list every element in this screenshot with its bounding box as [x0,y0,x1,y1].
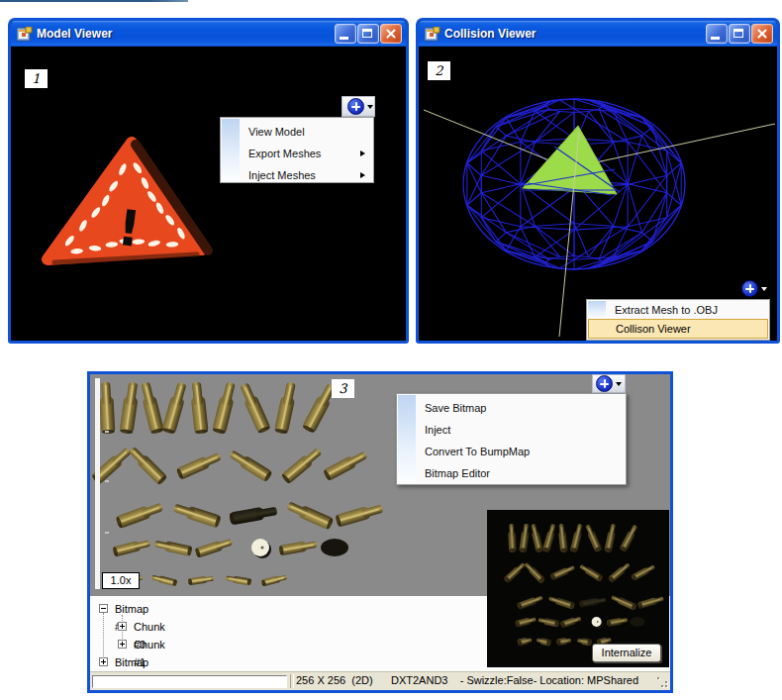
menu-item-convert-bumpmap[interactable]: Convert To BumpMap [397,441,626,462]
form-window-icon [17,27,33,42]
close-button[interactable] [751,24,773,44]
menu-item-save-bitmap[interactable]: Save Bitmap [397,397,626,419]
window-title: Model Viewer [37,27,112,41]
add-circle-icon[interactable] [741,280,758,297]
menu-item-bitmap-editor[interactable]: Bitmap Editor [397,462,626,484]
warning-triangle-model-render: ! [41,135,229,298]
minimize-button[interactable] [335,24,356,44]
options-menu: Extract Mesh to .OBJ Collison Viewer [586,299,770,341]
slider-tick [105,431,109,433]
status-bar: 256 X 256 (2D) DXT2AND3 - Swizzle:False-… [90,671,670,690]
top-decoration-line [0,0,188,2]
resize-grip[interactable] [656,676,669,689]
expand-plus-icon[interactable] [118,640,127,649]
menu-item-inject-meshes[interactable]: Inject Meshes [221,164,373,186]
options-menu: Save Bitmap Inject Convert To BumpMap Bi… [396,393,627,485]
zoom-slider[interactable] [95,378,100,589]
collision-wireframe-render [419,47,777,341]
bitmap-viewer-window: 1.0x 3 Save Bitmap Inject Convert To Bum… [87,371,673,693]
caret-down-icon[interactable] [761,287,767,291]
caret-down-icon[interactable] [616,382,622,386]
form-window-icon [425,27,440,42]
slider-tick [105,480,109,482]
menu-item-view-model[interactable]: View Model [221,121,373,143]
collision-viewer-titlebar[interactable]: Collision Viewer [419,21,777,47]
model-viewer-titlebar[interactable]: Model Viewer [11,21,406,47]
menu-item-export-meshes[interactable]: Export Meshes [221,143,373,164]
window-title: Collision Viewer [444,27,536,41]
model-viewer-window: Model Viewer 1 ! View Model Export Meshe… [8,18,409,344]
close-button[interactable] [380,24,402,44]
collision-viewer-window: Collision Viewer 2 Extract Mesh to .OBJ … [416,18,780,344]
status-separator [290,674,294,688]
tree-guide [103,613,104,662]
maximize-button[interactable] [357,24,379,44]
viewport-number-label: 3 [332,379,354,398]
menu-item-extract-mesh[interactable]: Extract Mesh to .OBJ [587,300,769,320]
expand-plus-icon[interactable] [118,622,127,631]
zoom-level-indicator: 1.0x [102,572,140,589]
minimize-button[interactable] [706,24,728,44]
internalize-button[interactable]: Internalize [592,644,661,662]
menu-item-collision-viewer[interactable]: Collison Viewer [588,319,768,339]
options-menu: View Model Export Meshes Inject Meshes [220,117,374,183]
slider-tick [105,532,109,534]
status-text: 256 X 256 (2D) DXT2AND3 - Swizzle:False-… [296,674,638,686]
model-viewport[interactable]: 1 ! View Model Export Meshes Inject Mesh… [11,47,406,341]
viewport-number-label: 1 [25,69,48,88]
collapse-minus-icon[interactable] [99,604,108,613]
menu-item-inject[interactable]: Inject [397,419,626,441]
caret-down-icon[interactable] [367,105,373,109]
add-circle-icon[interactable] [596,375,613,392]
maximize-button[interactable] [729,24,750,44]
add-circle-icon[interactable] [347,98,364,115]
collision-viewport[interactable]: 2 Extract Mesh to .OBJ Collison Viewer [419,47,777,341]
expand-plus-icon[interactable] [99,657,108,666]
bitmap-preview-pane: Internalize [487,510,669,667]
status-progress-field[interactable] [92,675,287,688]
